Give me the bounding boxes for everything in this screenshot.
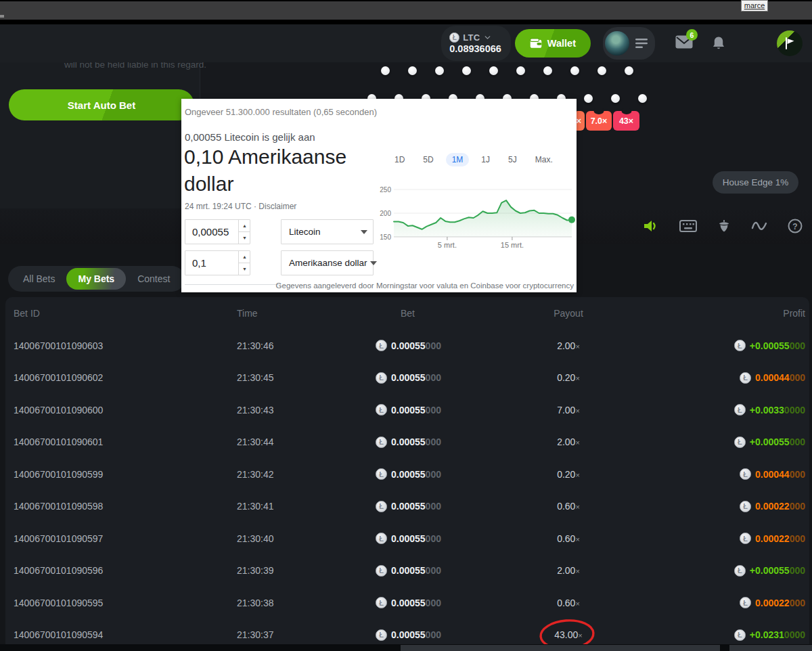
bet-amount: Ł 0.00055000 — [376, 436, 511, 448]
keyboard-icon[interactable] — [679, 219, 697, 233]
bet-time: 21:30:45 — [237, 372, 376, 383]
profit-amount: Ł +0.00330000 — [626, 404, 805, 416]
wallet-button[interactable]: Wallet — [515, 29, 591, 58]
bet-amount-zeros: 000 — [426, 565, 441, 576]
start-auto-bet-button[interactable]: Start Auto Bet — [9, 89, 194, 120]
payout-multiplier: 0.60× — [511, 598, 626, 608]
payout-multiplier: 2.00× — [511, 565, 626, 576]
profit-main: 0.00044 — [755, 372, 790, 383]
range-1j[interactable]: 1J — [481, 155, 490, 164]
table-row[interactable]: 14006700101090597 21:30:40 Ł 0.00055000 … — [14, 522, 805, 555]
notifications-button[interactable] — [712, 36, 725, 51]
top-navigation-bar: Ł LTC 0.08936066 Wallet — [0, 24, 812, 62]
payout-x: × — [575, 600, 579, 608]
menu-icon[interactable] — [635, 38, 648, 49]
bet-time: 21:30:37 — [237, 629, 376, 640]
scrollbar-thumb[interactable] — [401, 645, 720, 651]
bet-id: 14006700101090598 — [14, 501, 237, 512]
payout-multiplier: 0.60× — [511, 501, 626, 512]
bet-id: 14006700101090596 — [14, 565, 237, 576]
wallet-label: Wallet — [547, 38, 576, 49]
range-5d[interactable]: 5D — [423, 155, 433, 164]
bet-time: 21:30:41 — [237, 501, 376, 512]
scrollbar-thumb[interactable] — [729, 645, 812, 651]
profit-zeros: 000 — [790, 533, 805, 544]
ltc-coin-icon: Ł — [376, 501, 387, 512]
column-header-bet-id: Bet ID — [14, 308, 237, 319]
column-header-bet: Bet — [376, 308, 511, 319]
table-row[interactable]: 14006700101090595 21:30:38 Ł 0.00055000 … — [14, 587, 805, 619]
bet-amount-zeros: 000 — [426, 436, 441, 447]
table-row[interactable]: 14006700101090599 21:30:42 Ł 0.00055000 … — [14, 458, 805, 491]
ltc-coin-icon: Ł — [734, 404, 746, 416]
profit-main: +0.0231 — [750, 629, 784, 640]
bet-id: 14006700101090594 — [14, 629, 237, 640]
profit-amount: Ł 0.00022000 — [626, 597, 805, 608]
conversion-timestamp: 24 mrt. 19:24 UTC · Disclaimer — [185, 202, 296, 211]
stats-icon[interactable] — [751, 219, 767, 233]
messages-button[interactable]: 6 — [675, 35, 693, 51]
to-currency-select[interactable]: Amerikaanse dollar — [281, 250, 374, 275]
speaker-icon[interactable] — [643, 219, 659, 233]
ltc-coin-icon: Ł — [449, 32, 459, 43]
browser-chrome-strip — [0, 0, 812, 24]
tab-my-bets[interactable]: My Bets — [66, 268, 126, 290]
svg-text:150: 150 — [380, 233, 391, 241]
range-1d[interactable]: 1D — [394, 155, 405, 164]
horizontal-scrollbar[interactable] — [0, 644, 812, 651]
from-amount-stepper[interactable]: ▲▼ — [238, 220, 250, 244]
ltc-coin-icon: Ł — [376, 404, 387, 416]
site-logo[interactable] — [777, 30, 803, 56]
range-1m[interactable]: 1M — [446, 153, 470, 166]
payout-x: × — [578, 631, 582, 639]
wallet-icon — [530, 38, 542, 49]
svg-text:5 mrt.: 5 mrt. — [438, 241, 457, 249]
bet-time: 21:30:46 — [237, 340, 376, 351]
profit-amount: Ł 0.00022000 — [626, 533, 805, 544]
bet-amount: Ł 0.00055000 — [376, 501, 511, 512]
tab-contest[interactable]: Contest — [126, 268, 181, 290]
table-header-row: Bet ID Time Bet Payout Profit — [14, 297, 805, 330]
profit-main: +0.00055 — [750, 436, 790, 447]
flag-icon — [783, 37, 796, 50]
bets-table: Bet ID Time Bet Payout Profit 1400670010… — [5, 297, 809, 651]
ltc-coin-icon: Ł — [734, 565, 746, 577]
chevron-down-icon — [483, 33, 492, 42]
table-row[interactable]: 14006700101090600 21:30:43 Ł 0.00055000 … — [14, 394, 805, 426]
column-header-time: Time — [237, 308, 376, 319]
bet-time: 21:30:44 — [237, 436, 376, 447]
profit-amount: Ł 0.00022000 — [626, 501, 805, 512]
range-max[interactable]: Max. — [535, 155, 553, 164]
house-edge-pill: House Edge 1% — [713, 171, 798, 194]
table-row[interactable]: 14006700101090598 21:30:41 Ł 0.00055000 … — [14, 491, 805, 523]
payout-value: 0.60 — [557, 501, 575, 512]
profile-menu[interactable] — [603, 27, 655, 60]
tab-all-bets[interactable]: All Bets — [12, 268, 66, 290]
range-5j[interactable]: 5J — [508, 155, 517, 164]
help-icon[interactable]: ? — [788, 219, 803, 233]
table-row[interactable]: 14006700101090603 21:30:46 Ł 0.00055000 … — [14, 330, 805, 362]
bet-amount-main: 0.00055 — [391, 598, 426, 608]
to-amount-stepper[interactable]: ▲▼ — [238, 251, 250, 275]
table-row[interactable]: 14006700101090596 21:30:39 Ł 0.00055000 … — [14, 555, 805, 587]
table-row[interactable]: 14006700101090601 21:30:44 Ł 0.00055000 … — [14, 426, 805, 459]
profit-amount: Ł 0.00044000 — [626, 372, 805, 384]
currency-selector[interactable]: Ł LTC 0.08936066 — [441, 26, 511, 61]
bet-amount-zeros: 000 — [426, 340, 441, 351]
bet-time: 21:30:39 — [237, 565, 376, 576]
bet-amount-zeros: 000 — [426, 533, 441, 544]
table-row[interactable]: 14006700101090602 21:30:45 Ł 0.00055000 … — [14, 362, 805, 395]
ltc-coin-icon: Ł — [376, 372, 387, 384]
bet-id: 14006700101090597 — [14, 533, 237, 544]
column-header-profit: Profit — [626, 308, 805, 319]
find-highlight[interactable]: marce — [741, 0, 768, 12]
ltc-coin-icon: Ł — [740, 597, 751, 608]
bet-id: 14006700101090602 — [14, 372, 237, 383]
avatar[interactable] — [605, 31, 629, 55]
payout-value: 0.20 — [557, 372, 575, 383]
bet-amount-main: 0.00055 — [391, 533, 426, 544]
profit-amount: Ł 0.00044000 — [626, 468, 805, 480]
from-currency-select[interactable]: Litecoin — [281, 219, 374, 244]
from-currency-value: Litecoin — [289, 227, 321, 237]
seed-icon[interactable] — [717, 219, 731, 233]
